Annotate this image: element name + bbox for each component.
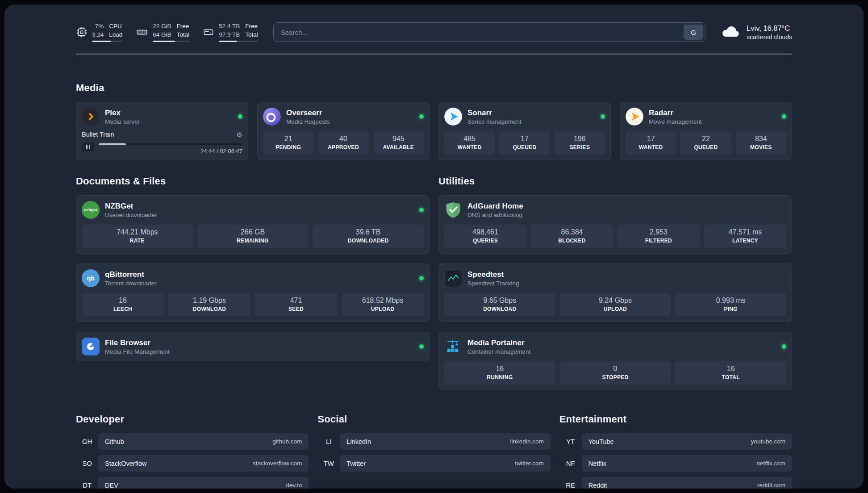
memory-progress-fill — [153, 41, 175, 42]
stat-latency: 47.571 ms LATENCY — [704, 225, 786, 248]
bookmark-linkedin[interactable]: LI LinkedIn linkedin.com — [317, 433, 550, 450]
app-card-radarr[interactable]: Radarr Movie management 17 WANTED 22 QUE… — [620, 102, 792, 160]
bookmark-stackoverflow[interactable]: SO StackOverflow stackoverflow.com — [76, 455, 309, 472]
bookmark-url: reddit.com — [757, 482, 785, 489]
app-head-text: Sonarr Series management — [467, 109, 522, 125]
weather-text: Lviv, 16.87°C scattered clouds — [747, 24, 792, 41]
cloud-icon — [721, 24, 741, 40]
bookmark-url: stackoverflow.com — [253, 460, 302, 467]
app-name: NZBGet — [105, 202, 157, 211]
bookmark-github[interactable]: GH Github github.com — [76, 433, 309, 450]
disk-total-label: Total — [245, 31, 258, 39]
stat-value: 39.6 TB — [314, 228, 422, 236]
memory-total-value: 64 GiB — [153, 31, 171, 39]
memory-widget: 22 GiB Free 64 GiB Total — [136, 22, 189, 42]
stat-value: 17 — [501, 135, 548, 143]
nzbget-icon: nzbget — [82, 201, 100, 219]
now-playing-title: Bullet Train — [82, 131, 114, 138]
stat-label: SEED — [257, 306, 335, 312]
memory-readout: 22 GiB Free 64 GiB Total — [153, 22, 189, 42]
stat-label: BLOCKED — [533, 238, 611, 244]
app-card-plex[interactable]: Plex Media server Bullet Train ⚙ — [76, 102, 248, 160]
bookmark-twitter[interactable]: TW Twitter twitter.com — [317, 455, 550, 472]
stat-wanted: 17 WANTED — [626, 131, 676, 155]
app-description: DNS and adblocking — [467, 212, 523, 218]
app-head-text: Radarr Movie management — [649, 109, 702, 125]
weather-widget[interactable]: Lviv, 16.87°C scattered clouds — [721, 24, 792, 41]
app-description: Series management — [467, 118, 522, 125]
bookmark-abbr: LI — [317, 438, 340, 445]
radarr-icon — [626, 108, 643, 125]
status-online-dot — [419, 276, 424, 280]
app-head-text: AdGuard Home DNS and adblocking — [467, 202, 523, 218]
search-provider-button[interactable]: G — [684, 25, 703, 40]
app-name: Plex — [105, 109, 140, 117]
stat-value: 16 — [677, 365, 785, 373]
section-documents: Documents & Files nzbget NZBGet Usenet d… — [76, 175, 430, 361]
stat-remaining: 266 GB REMAINING — [197, 225, 309, 248]
stat-approved: 40 APPROVED — [318, 131, 368, 155]
app-name: File Browser — [105, 338, 170, 347]
disk-free-value: 52.4 TB — [219, 22, 240, 30]
app-card-portainer[interactable]: Media Portainer Container management 16 … — [438, 332, 792, 390]
stat-value: 0 — [562, 365, 669, 373]
stats-row: 17 WANTED 22 QUEUED 834 MOVIES — [626, 125, 786, 155]
cpu-usage-value: 7% — [92, 22, 104, 30]
stat-upload: 618.52 Mbps UPLOAD — [342, 293, 424, 316]
section-title-media: Media — [76, 82, 792, 94]
stat-label: PENDING — [265, 144, 312, 150]
app-card-speedtest[interactable]: Speedtest Speedtest Tracking 9.65 Gbps D… — [438, 263, 792, 322]
portainer-icon — [444, 338, 462, 355]
bookmark-url: twitter.com — [515, 460, 544, 467]
cpu-icon — [76, 26, 88, 38]
status-online-dot — [238, 114, 242, 119]
gear-icon[interactable]: ⚙ — [237, 131, 242, 138]
app-card-overseerr[interactable]: Overseerr Media Requests 21 PENDING 40 A… — [257, 102, 430, 160]
bookmark-url: youtube.com — [751, 438, 785, 445]
disk-readout: 52.4 TB Free 97.9 TB Total — [219, 22, 258, 42]
app-card-nzbget[interactable]: nzbget NZBGet Usenet downloader 744.21 M… — [76, 195, 430, 254]
sonarr-icon — [444, 108, 462, 125]
stat-filtered: 2,953 FILTERED — [618, 225, 700, 248]
status-online-dot — [782, 344, 786, 349]
search-input[interactable] — [273, 22, 705, 42]
disk-widget: 52.4 TB Free 97.9 TB Total — [203, 22, 258, 42]
stat-value: 0.993 ms — [677, 297, 785, 305]
section-utilities: Utilities AdGuard Home — [438, 175, 792, 390]
stat-value: 9.65 Gbps — [446, 297, 554, 305]
stat-label: RATE — [83, 238, 191, 244]
status-online-dot — [419, 208, 424, 212]
app-card-adguard[interactable]: AdGuard Home DNS and adblocking 498,461 … — [438, 195, 792, 254]
section-title-entertainment: Entertainment — [559, 414, 792, 425]
memory-free-label: Free — [177, 22, 190, 30]
bookmark-youtube[interactable]: YT YouTube youtube.com — [559, 433, 792, 450]
bookmark-name: Netflix — [588, 460, 606, 467]
stat-label: RUNNING — [446, 374, 554, 380]
filebrowser-icon — [82, 338, 100, 355]
two-column-area: Documents & Files nzbget NZBGet Usenet d… — [76, 175, 792, 390]
cpu-readout: 7% CPU 3.24 Load — [92, 22, 122, 42]
topbar-divider — [76, 54, 792, 54]
bookmark-reddit[interactable]: RE Reddit reddit.com — [559, 477, 792, 489]
section-title-utilities: Utilities — [438, 175, 792, 187]
playback-progress-bar[interactable] — [99, 143, 242, 145]
bookmark-netflix[interactable]: NF Netflix netflix.com — [559, 455, 792, 472]
section-title-social: Social — [317, 414, 550, 425]
app-card-qbittorrent[interactable]: qb qBittorrent Torrent downloader 16 LEE… — [76, 263, 430, 322]
bookmark-group-developer: Developer GH Github github.com SO StackO… — [76, 414, 309, 489]
app-head-text: NZBGet Usenet downloader — [105, 202, 157, 218]
stat-seed: 471 SEED — [255, 293, 337, 316]
weather-location: Lviv, 16.87°C — [747, 24, 792, 33]
bookmark-abbr: RE — [559, 481, 582, 489]
stat-stopped: 0 STOPPED — [560, 361, 671, 384]
stat-label: UPLOAD — [562, 306, 669, 312]
app-description: Media server — [105, 118, 140, 125]
bookmark-dev[interactable]: DT DEV dev.to — [76, 477, 309, 489]
stat-download: 1.19 Gbps DOWNLOAD — [168, 293, 250, 316]
app-card-filebrowser[interactable]: File Browser Media File Management — [76, 332, 430, 361]
bookmark-name: Github — [105, 438, 124, 445]
stat-label: TOTAL — [677, 374, 785, 380]
app-card-sonarr[interactable]: Sonarr Series management 485 WANTED 17 Q… — [438, 102, 611, 160]
disk-progress-fill — [219, 41, 237, 42]
pause-button[interactable] — [82, 142, 94, 151]
